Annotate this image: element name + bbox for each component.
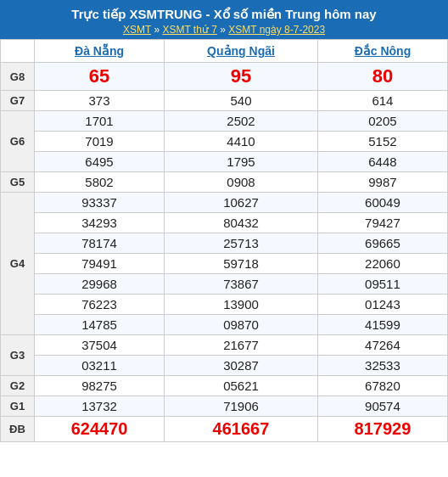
row-g6-3-v3: 6448 xyxy=(317,152,447,172)
table-row: G4 93337 10627 60049 xyxy=(1,193,448,213)
row-g2-v1: 98275 xyxy=(35,376,165,396)
table-row: G6 1701 2502 0205 xyxy=(1,111,448,132)
row-g4-6-v1: 76223 xyxy=(35,295,165,315)
row-g6-2-v3: 5152 xyxy=(317,132,447,152)
table-row: ĐB 624470 461667 817929 xyxy=(1,417,448,442)
row-g1-label: G1 xyxy=(1,396,35,417)
row-g4-4-v2: 59718 xyxy=(165,254,318,274)
row-g6-1-v3: 0205 xyxy=(317,111,447,132)
row-g1-v3: 90574 xyxy=(317,396,447,417)
table-row: G5 5802 0908 9987 xyxy=(1,172,448,193)
row-g4-3-v2: 25713 xyxy=(165,233,318,254)
row-g6-3-v1: 6495 xyxy=(35,152,165,172)
row-g4-1-v2: 10627 xyxy=(165,193,318,213)
row-g3-label: G3 xyxy=(1,335,35,376)
col-quangngai-header: Quảng Ngãi xyxy=(165,40,318,63)
table-row: G3 37504 21677 47264 xyxy=(1,335,448,356)
link-xsmt-thu7[interactable]: XSMT thứ 7 xyxy=(162,24,216,36)
row-g8-v3: 80 xyxy=(317,63,447,91)
row-g4-5-v1: 29968 xyxy=(35,274,165,295)
row-g3-1-v3: 47264 xyxy=(317,335,447,356)
table-row: 78174 25713 69665 xyxy=(1,233,448,254)
row-g6-1-v1: 1701 xyxy=(35,111,165,132)
row-g4-3-v3: 69665 xyxy=(317,233,447,254)
row-g3-1-v2: 21677 xyxy=(165,335,318,356)
table-row: G7 373 540 614 xyxy=(1,91,448,111)
row-g4-4-v1: 79491 xyxy=(35,254,165,274)
row-g6-2-v1: 7019 xyxy=(35,132,165,152)
table-row: 76223 13900 01243 xyxy=(1,295,448,315)
row-g7-v1: 373 xyxy=(35,91,165,111)
row-g7-v2: 540 xyxy=(165,91,318,111)
row-g8-label: G8 xyxy=(1,63,35,91)
row-g1-v2: 71906 xyxy=(165,396,318,417)
row-g6-3-v2: 1795 xyxy=(165,152,318,172)
lottery-table-wrap: Đà Nẵng Quảng Ngãi Đắc Nông G8 65 95 80 … xyxy=(0,39,448,442)
row-g8-v2: 95 xyxy=(165,63,318,91)
row-g4-1-v1: 93337 xyxy=(35,193,165,213)
table-row: 03211 30287 32533 xyxy=(1,356,448,376)
row-g4-1-v3: 60049 xyxy=(317,193,447,213)
table-row: 29968 73867 09511 xyxy=(1,274,448,295)
row-g6-2-v2: 4410 xyxy=(165,132,318,152)
table-row: 34293 80432 79427 xyxy=(1,213,448,233)
col-dacnong-header: Đắc Nông xyxy=(317,40,447,63)
row-g6-label: G6 xyxy=(1,111,35,172)
row-g2-v3: 67820 xyxy=(317,376,447,396)
header: Trực tiếp XSMTRUNG - Xổ số miền Trung hô… xyxy=(0,0,448,39)
link-xsmt[interactable]: XSMT xyxy=(123,24,151,36)
row-g3-2-v3: 32533 xyxy=(317,356,447,376)
row-g1-v1: 13732 xyxy=(35,396,165,417)
row-g4-5-v2: 73867 xyxy=(165,274,318,295)
row-g4-6-v2: 13900 xyxy=(165,295,318,315)
table-header-row: Đà Nẵng Quảng Ngãi Đắc Nông xyxy=(1,40,448,63)
row-g7-v3: 614 xyxy=(317,91,447,111)
table-row: 14785 09870 41599 xyxy=(1,315,448,335)
col-label-header xyxy=(1,40,35,63)
col-danang-header: Đà Nẵng xyxy=(35,40,165,63)
row-g4-2-v3: 79427 xyxy=(317,213,447,233)
row-g8-v1: 65 xyxy=(35,63,165,91)
row-g4-6-v3: 01243 xyxy=(317,295,447,315)
row-g6-1-v2: 2502 xyxy=(165,111,318,132)
row-g7-label: G7 xyxy=(1,91,35,111)
row-g4-2-v2: 80432 xyxy=(165,213,318,233)
table-row: 7019 4410 5152 xyxy=(1,132,448,152)
table-row: G8 65 95 80 xyxy=(1,63,448,91)
row-g4-7-v1: 14785 xyxy=(35,315,165,335)
table-row: 79491 59718 22060 xyxy=(1,254,448,274)
row-db-label: ĐB xyxy=(1,417,35,442)
row-g4-3-v1: 78174 xyxy=(35,233,165,254)
row-db-v2: 461667 xyxy=(165,417,318,442)
header-links: XSMT » XSMT thứ 7 » XSMT ngày 8-7-2023 xyxy=(3,24,445,36)
row-g4-4-v3: 22060 xyxy=(317,254,447,274)
row-g5-v1: 5802 xyxy=(35,172,165,193)
link-xsmt-date[interactable]: XSMT ngày 8-7-2023 xyxy=(228,24,325,36)
row-g5-v3: 9987 xyxy=(317,172,447,193)
table-row: G2 98275 05621 67820 xyxy=(1,376,448,396)
row-g4-label: G4 xyxy=(1,193,35,335)
row-g4-5-v3: 09511 xyxy=(317,274,447,295)
row-g3-2-v2: 30287 xyxy=(165,356,318,376)
row-g3-2-v1: 03211 xyxy=(35,356,165,376)
row-g4-2-v1: 34293 xyxy=(35,213,165,233)
row-g5-v2: 0908 xyxy=(165,172,318,193)
row-g2-v2: 05621 xyxy=(165,376,318,396)
table-row: 6495 1795 6448 xyxy=(1,152,448,172)
header-title: Trực tiếp XSMTRUNG - Xổ số miền Trung hô… xyxy=(3,7,445,22)
row-g3-1-v1: 37504 xyxy=(35,335,165,356)
row-g2-label: G2 xyxy=(1,376,35,396)
row-db-v1: 624470 xyxy=(35,417,165,442)
row-g4-7-v2: 09870 xyxy=(165,315,318,335)
lottery-table: Đà Nẵng Quảng Ngãi Đắc Nông G8 65 95 80 … xyxy=(0,39,448,442)
row-g5-label: G5 xyxy=(1,172,35,193)
table-row: G1 13732 71906 90574 xyxy=(1,396,448,417)
row-g4-7-v3: 41599 xyxy=(317,315,447,335)
row-db-v3: 817929 xyxy=(317,417,447,442)
